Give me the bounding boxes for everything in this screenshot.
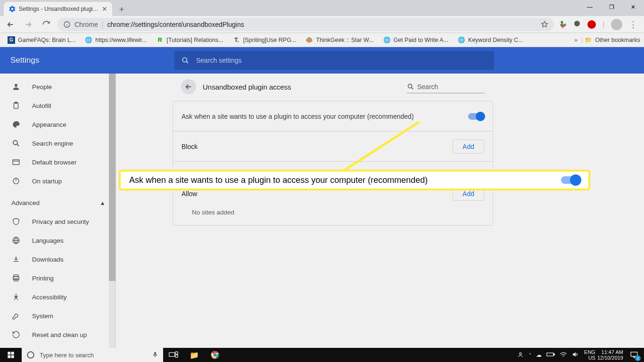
clock[interactable]: 11:47 AM12/10/2019	[597, 349, 623, 361]
volume-icon[interactable]	[572, 351, 579, 359]
onedrive-icon[interactable]: ☁	[536, 352, 542, 358]
bookmark-label: GameFAQs: Brain L...	[18, 37, 75, 43]
wifi-icon[interactable]	[560, 351, 567, 359]
row-ask-permission: Ask when a site wants to use a plugin to…	[173, 101, 493, 132]
callout-text: Ask when a site wants to use a plugin to…	[129, 175, 428, 185]
settings-search[interactable]	[174, 51, 494, 70]
person-icon	[11, 82, 21, 91]
power-icon	[11, 176, 21, 186]
other-bookmarks-label: Other bookmarks	[595, 37, 640, 43]
clipboard-icon	[11, 101, 21, 110]
settings-sidebar: People Autofill Appearance Search engine…	[0, 74, 116, 348]
svg-point-13	[16, 294, 17, 295]
extension-icon[interactable]	[573, 20, 581, 29]
download-icon	[11, 255, 21, 264]
opera-extension-icon[interactable]	[587, 20, 596, 29]
bookmark-item[interactable]: 🌐Keyword Density C...	[454, 34, 527, 46]
chrome-taskbar-icon[interactable]	[205, 348, 225, 362]
back-button[interactable]	[4, 18, 17, 31]
sidebar-advanced-toggle[interactable]: Advanced▴	[0, 193, 116, 212]
folder-icon: 📁	[585, 36, 592, 43]
windows-taskbar: Type here to search 📁 ˄ ☁ ENGUS 11:47 AM…	[0, 348, 644, 362]
block-add-button[interactable]: Add	[453, 140, 484, 154]
sidebar-item-label: Privacy and security	[32, 218, 89, 225]
new-tab-button[interactable]: +	[115, 3, 128, 16]
sidebar-item-default-browser[interactable]: Default browser	[0, 153, 116, 172]
task-view-icon[interactable]	[163, 348, 184, 362]
sidebar-item-label: Printing	[32, 275, 54, 282]
minimize-button[interactable]: —	[579, 0, 601, 14]
ask-permission-toggle[interactable]	[468, 113, 484, 120]
start-button[interactable]	[0, 348, 22, 362]
toolbar-extensions: 🦆 | ⋮	[559, 19, 640, 30]
panel-header: Unsandboxed plugin access Search	[173, 74, 493, 100]
printer-icon	[11, 273, 21, 283]
scrollbar-thumb[interactable]	[109, 74, 116, 281]
language-indicator[interactable]: ENGUS	[584, 349, 595, 361]
star-bookmark-icon[interactable]	[541, 21, 548, 28]
address-bar: Chrome | chrome://settings/content/unsan…	[0, 16, 644, 33]
sidebar-item-label: Default browser	[32, 159, 77, 166]
annotation-callout: Ask when a site wants to use a plugin to…	[119, 170, 590, 190]
sidebar-item-printing[interactable]: Printing	[0, 269, 116, 288]
browser-tab[interactable]: Settings - Unsandboxed plugin a ✕	[4, 2, 112, 16]
battery-icon[interactable]	[546, 352, 555, 359]
callout-toggle[interactable]	[561, 176, 580, 184]
sidebar-item-accessibility[interactable]: Accessibility	[0, 288, 116, 306]
taskbar-search-placeholder: Type here to search	[40, 352, 94, 359]
people-icon[interactable]	[517, 351, 524, 360]
svg-rect-7	[13, 160, 19, 165]
url-prefix: Chrome	[74, 21, 98, 28]
favicon-icon: 🐵	[305, 36, 313, 44]
taskbar-search[interactable]: Type here to search	[22, 348, 163, 362]
sidebar-item-appearance[interactable]: Appearance	[0, 115, 116, 134]
sidebar-item-on-startup[interactable]: On startup	[0, 172, 116, 190]
sidebar-item-downloads[interactable]: Downloads	[0, 250, 116, 269]
bookmark-label: [Spriting]Use RPG...	[243, 37, 297, 43]
extension-icon[interactable]: 🦆	[559, 21, 567, 28]
bookmark-item[interactable]: 🐵ThinkGeek :: Star W...	[302, 34, 377, 46]
sidebar-item-autofill[interactable]: Autofill	[0, 96, 116, 115]
svg-rect-28	[547, 353, 553, 356]
sidebar-item-reset[interactable]: Reset and clean up	[0, 325, 116, 344]
sidebar-item-people[interactable]: People	[0, 77, 116, 96]
tab-close-icon[interactable]: ✕	[102, 5, 107, 13]
content-panel: Unsandboxed plugin access Search Ask whe…	[173, 74, 493, 348]
bookmark-item[interactable]: 🌐https://www.lifewir...	[81, 34, 150, 46]
omnibox[interactable]: Chrome | chrome://settings/content/unsan…	[58, 18, 554, 31]
other-bookmarks[interactable]: 📁Other bookmarks	[585, 36, 640, 43]
sidebar-item-privacy[interactable]: Privacy and security	[0, 212, 116, 231]
settings-content: Unsandboxed plugin access Search Ask whe…	[116, 74, 644, 348]
bookmark-item[interactable]: T.[Spriting]Use RPG...	[229, 34, 300, 46]
bookmark-item[interactable]: 🌐Get Paid to Write A...	[380, 34, 453, 46]
reload-button[interactable]	[40, 18, 53, 31]
maximize-button[interactable]: ❐	[601, 0, 622, 14]
close-window-button[interactable]: ✕	[622, 0, 644, 14]
chrome-menu-icon[interactable]: ⋮	[629, 19, 637, 30]
panel-search[interactable]: Search	[407, 80, 485, 93]
profile-avatar-icon[interactable]	[611, 19, 622, 30]
bookmark-item[interactable]: R[Tutorials] Relations...	[152, 34, 227, 46]
svg-point-20	[27, 352, 34, 358]
forward-button[interactable]	[22, 18, 35, 31]
file-explorer-icon[interactable]: 📁	[184, 348, 205, 362]
panel-title: Unsandboxed plugin access	[203, 83, 400, 91]
site-info-icon	[63, 21, 71, 28]
bookmark-item[interactable]: GGameFAQs: Brain L...	[4, 34, 79, 46]
action-center-icon[interactable]: 2	[628, 349, 640, 361]
sidebar-item-system[interactable]: System	[0, 306, 116, 325]
sidebar-item-search-engine[interactable]: Search engine	[0, 134, 116, 153]
url-path: chrome://settings/content/unsandboxedPlu…	[107, 21, 244, 28]
restore-icon	[11, 330, 21, 339]
favicon-icon: G	[8, 36, 15, 44]
sidebar-item-languages[interactable]: Languages	[0, 231, 116, 250]
bookmarks-overflow-icon[interactable]: »	[574, 37, 578, 43]
tray-overflow-icon[interactable]: ˄	[529, 353, 531, 358]
mic-icon[interactable]	[152, 351, 158, 359]
settings-search-input[interactable]	[196, 57, 487, 64]
svg-rect-18	[8, 355, 10, 358]
allow-no-sites: No sites added	[173, 209, 493, 225]
panel-back-button[interactable]	[181, 79, 196, 94]
settings-gear-icon	[8, 5, 16, 13]
ask-permission-label: Ask when a site wants to use a plugin to…	[182, 113, 414, 120]
